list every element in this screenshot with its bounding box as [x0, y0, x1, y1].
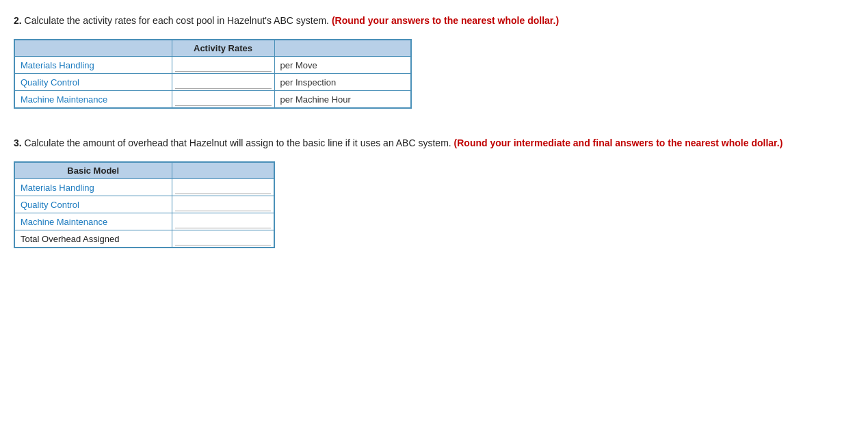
q3-row2-input[interactable]: [175, 198, 272, 211]
q2-col2-header: Activity Rates: [172, 40, 274, 57]
q2-body: Calculate the activity rates for each co…: [25, 15, 329, 26]
q2-col1-header: [14, 40, 172, 57]
q2-row3-input[interactable]: [175, 92, 272, 106]
q3-row4-input[interactable]: [175, 232, 272, 245]
q2-row3-input-cell: [172, 91, 274, 109]
table-row: Materials Handling: [14, 179, 274, 196]
q2-instruction: (Round your answers to the nearest whole…: [332, 15, 559, 26]
q3-instruction: (Round your intermediate and final answe…: [454, 137, 783, 148]
question-2: 2. Calculate the activity rates for each…: [14, 14, 854, 109]
table-row: Quality Control: [14, 196, 274, 213]
table-row: Machine Maintenance per Machine Hour: [14, 91, 411, 109]
q3-row4-label: Total Overhead Assigned: [14, 230, 172, 248]
q3-table: Basic Model Materials Handling Quality C…: [14, 161, 275, 248]
question-2-text: 2. Calculate the activity rates for each…: [14, 14, 854, 28]
q2-table: Activity Rates Materials Handling per Mo…: [14, 39, 412, 109]
q2-row1-input[interactable]: [175, 58, 272, 72]
q3-body: Calculate the amount of overhead that Ha…: [25, 137, 451, 148]
q3-row1-input[interactable]: [175, 181, 272, 194]
q2-row2-input[interactable]: [175, 75, 272, 89]
q3-col1-header: Basic Model: [14, 162, 172, 179]
question-3: 3. Calculate the amount of overhead that…: [14, 136, 854, 248]
table-row: Materials Handling per Move: [14, 57, 411, 74]
q2-col3-header: [274, 40, 411, 57]
q3-row4-input-cell: [172, 230, 274, 248]
q3-row2-label: Quality Control: [14, 196, 172, 213]
q2-row2-unit: per Inspection: [274, 74, 411, 91]
q2-row1-unit: per Move: [274, 57, 411, 74]
q2-row3-label: Machine Maintenance: [14, 91, 172, 109]
table-row: Quality Control per Inspection: [14, 74, 411, 91]
q2-row2-input-cell: [172, 74, 274, 91]
q3-row1-label: Materials Handling: [14, 179, 172, 196]
q2-row1-input-cell: [172, 57, 274, 74]
q3-row3-input-cell: [172, 213, 274, 230]
q2-row2-label: Quality Control: [14, 74, 172, 91]
table-row: Machine Maintenance: [14, 213, 274, 230]
q3-col2-header: [172, 162, 274, 179]
q2-number: 2.: [14, 15, 22, 26]
q3-row3-label: Machine Maintenance: [14, 213, 172, 230]
q3-number: 3.: [14, 137, 22, 148]
q2-row3-unit: per Machine Hour: [274, 91, 411, 109]
question-3-text: 3. Calculate the amount of overhead that…: [14, 136, 854, 150]
q3-row1-input-cell: [172, 179, 274, 196]
q3-row3-input[interactable]: [175, 215, 272, 228]
q2-row1-label: Materials Handling: [14, 57, 172, 74]
table-row: Total Overhead Assigned: [14, 230, 274, 248]
q3-row2-input-cell: [172, 196, 274, 213]
